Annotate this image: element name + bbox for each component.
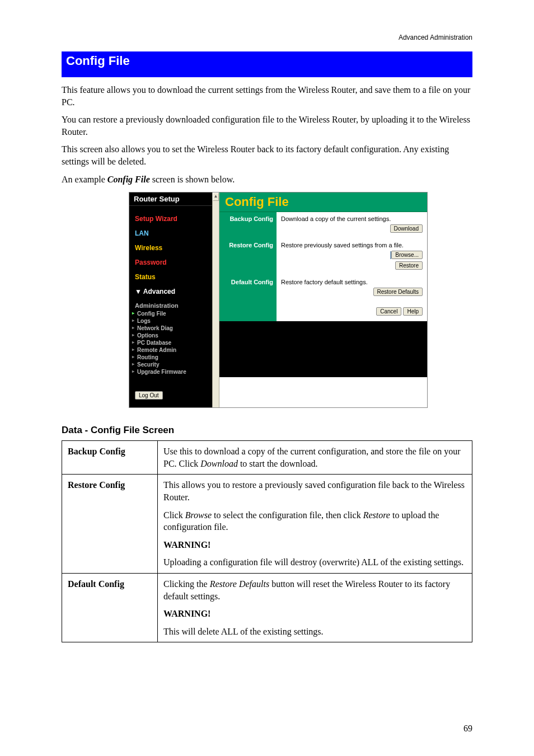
p4-post: screen is shown below. (150, 175, 235, 184)
ss-label-restore: Restore Config (219, 238, 277, 275)
row-backup-key: Backup Config (62, 441, 158, 475)
subnav-logs[interactable]: Logs (129, 317, 212, 325)
nav-status[interactable]: Status (129, 270, 212, 284)
ss-sidebar: Router Setup ▲ Setup Wizard LAN Wireless… (129, 192, 212, 407)
subnav-routing[interactable]: Routing (129, 354, 212, 361)
ss-main: Config File Backup Config Download a cop… (219, 192, 427, 407)
restore-button[interactable]: Restore (395, 261, 423, 270)
download-button[interactable]: Download (390, 224, 423, 233)
scrollbar[interactable]: ▲ (212, 192, 219, 407)
page-number: 69 (463, 724, 472, 734)
ss-panel-title: Config File (219, 192, 427, 212)
nav-wireless[interactable]: Wireless (129, 241, 212, 255)
nav-advanced[interactable]: ▼ Advanced (129, 284, 212, 299)
subnav-security[interactable]: Security (129, 361, 212, 368)
subnav-options[interactable]: Options (129, 332, 212, 339)
page-header-right: Advanced Administration (62, 34, 472, 41)
paragraph-2: You can restore a previously downloaded … (62, 114, 472, 138)
subnav-pc-database[interactable]: PC Database (129, 339, 212, 346)
ss-label-backup: Backup Config (219, 212, 277, 238)
subnav-config-file[interactable]: Config File (129, 310, 212, 317)
nav-setup-wizard[interactable]: Setup Wizard (129, 212, 212, 226)
restore-defaults-button[interactable]: Restore Defaults (373, 288, 423, 296)
nav-lan[interactable]: LAN (129, 226, 212, 241)
row-restore-value: This allows you to restore a previously … (158, 475, 472, 574)
ss-backup-text: Download a copy of the current settings. (281, 215, 423, 222)
cancel-button[interactable]: Cancel (376, 307, 401, 316)
subnav-upgrade-firmware[interactable]: Upgrade Firmware (129, 368, 212, 375)
nav-subhead-administration: Administration (129, 299, 212, 310)
nav-password[interactable]: Password (129, 255, 212, 270)
paragraph-1: This feature allows you to download the … (62, 84, 472, 108)
scroll-up-icon[interactable]: ▲ (213, 192, 219, 201)
row-backup-value: Use this to download a copy of the curre… (158, 441, 472, 475)
browse-button[interactable]: Browse... (391, 251, 423, 259)
logout-button[interactable]: Log Out (135, 391, 163, 400)
data-table: Backup Config Use this to download a cop… (62, 440, 472, 642)
data-table-heading: Data - Config File Screen (62, 425, 472, 436)
config-file-screenshot: Router Setup ▲ Setup Wizard LAN Wireless… (129, 192, 428, 408)
ss-sidebar-title: Router Setup (129, 192, 212, 206)
p4-pre: An example (62, 175, 107, 184)
ss-default-text: Restore factory default settings. (281, 279, 423, 285)
row-default-key: Default Config (62, 573, 158, 642)
row-default-value: Clicking the Restore Defaults button wil… (158, 573, 472, 642)
paragraph-4: An example Config File screen is shown b… (62, 173, 472, 186)
ss-label-default: Default Config (219, 275, 277, 302)
ss-restore-text: Restore previously saved settings from a… (281, 242, 423, 248)
subnav-remote-admin[interactable]: Remote Admin (129, 346, 212, 354)
section-title: Config File (62, 51, 134, 71)
subnav-network-diag[interactable]: Network Diag (129, 325, 212, 332)
row-restore-key: Restore Config (62, 475, 158, 574)
paragraph-3: This screen also allows you to set the W… (62, 143, 472, 167)
help-button[interactable]: Help (403, 307, 423, 316)
p4-emph: Config File (107, 175, 150, 184)
